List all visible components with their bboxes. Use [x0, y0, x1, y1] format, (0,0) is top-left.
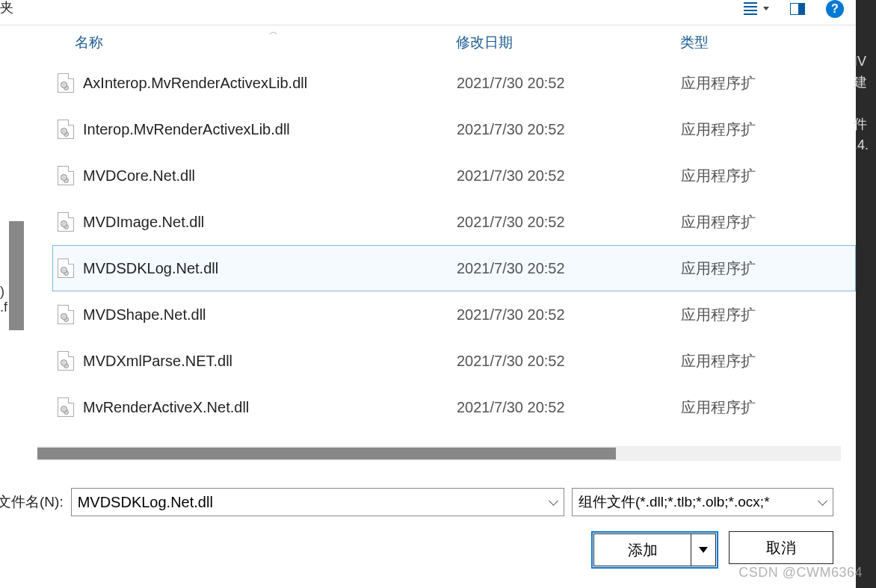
horizontal-scrollbar[interactable] — [37, 446, 841, 461]
help-button[interactable]: ? — [826, 0, 844, 18]
dll-file-icon — [58, 397, 74, 417]
add-split-button: 添加 — [591, 531, 718, 569]
file-name: MVDShape.Net.dll — [83, 306, 206, 324]
column-headers: 名称 修改日期 类型 — [0, 25, 856, 60]
file-date: 2021/7/30 20:52 — [457, 353, 681, 370]
file-type: 应用程序扩 — [681, 351, 855, 371]
file-name: Interop.MvRenderActivexLib.dll — [83, 121, 290, 138]
file-name: MVDXmlParse.NET.dll — [83, 353, 232, 370]
title-fragment: 夹 — [0, 0, 13, 16]
file-type: 应用程序扩 — [681, 397, 855, 418]
chevron-down-icon[interactable] — [818, 498, 827, 507]
dll-file-icon — [58, 351, 74, 371]
dll-file-icon — [58, 73, 74, 93]
file-date: 2021/7/30 20:52 — [457, 214, 681, 231]
nav-scrollbar-thumb[interactable] — [9, 221, 24, 330]
preview-pane-button[interactable] — [790, 3, 805, 15]
file-open-dialog: 夹 ? ︿ 名称 修改日期 类型 AxInterop.MvRenderActiv… — [0, 0, 856, 588]
file-row[interactable]: MvRenderActiveX.Net.dll2021/7/30 20:52应用… — [52, 384, 856, 430]
file-name: AxInterop.MvRenderActivexLib.dll — [83, 75, 307, 92]
view-menu-button[interactable] — [744, 2, 769, 15]
dll-file-icon — [58, 166, 74, 185]
file-name: MVDImage.Net.dll — [83, 214, 204, 231]
file-list: AxInterop.MvRenderActivexLib.dll2021/7/3… — [0, 60, 856, 430]
file-date: 2021/7/30 20:52 — [457, 260, 681, 277]
file-name: MvRenderActiveX.Net.dll — [83, 399, 249, 416]
file-row[interactable]: AxInterop.MvRenderActivexLib.dll2021/7/3… — [52, 60, 856, 106]
dialog-footer: 文件名(N): MVDSDKLog.Net.dll 组件文件(*.dll;*.t… — [0, 461, 856, 588]
dll-file-icon — [58, 259, 74, 278]
filename-label: 文件名(N): — [0, 492, 64, 512]
column-header-name[interactable]: 名称 — [52, 33, 456, 52]
chevron-down-icon[interactable] — [549, 498, 558, 507]
dll-file-icon — [58, 120, 74, 139]
file-date: 2021/7/30 20:52 — [457, 399, 681, 416]
column-header-type[interactable]: 类型 — [680, 33, 856, 52]
filename-input[interactable]: MVDSDKLog.Net.dll — [71, 488, 564, 516]
file-date: 2021/7/30 20:52 — [457, 121, 681, 138]
filename-value: MVDSDKLog.Net.dll — [78, 494, 213, 511]
background-text-fragment-left: ) .f — [0, 284, 7, 315]
list-view-icon — [744, 2, 757, 15]
add-button[interactable]: 添加 — [593, 533, 691, 566]
file-name: MVDSDKLog.Net.dll — [83, 260, 218, 277]
chevron-down-icon — [763, 7, 769, 10]
dialog-toolbar: 夹 ? — [0, 0, 856, 25]
file-row[interactable]: MVDCore.Net.dll2021/7/30 20:52应用程序扩 — [52, 152, 856, 199]
file-list-area: ︿ 名称 修改日期 类型 AxInterop.MvRenderActivexLi… — [0, 25, 856, 461]
dll-file-icon — [58, 212, 74, 232]
file-row[interactable]: MVDImage.Net.dll2021/7/30 20:52应用程序扩 — [52, 199, 856, 245]
file-type: 应用程序扩 — [681, 305, 855, 325]
file-row[interactable]: MVDSDKLog.Net.dll2021/7/30 20:52应用程序扩 — [52, 245, 856, 291]
filter-value: 组件文件(*.dll;*.tlb;*.olb;*.ocx;* — [579, 492, 770, 512]
file-type: 应用程序扩 — [681, 73, 855, 93]
dll-file-icon — [58, 305, 74, 324]
file-row[interactable]: MVDXmlParse.NET.dll2021/7/30 20:52应用程序扩 — [52, 338, 856, 384]
cancel-button[interactable]: 取消 — [729, 531, 833, 564]
column-header-date[interactable]: 修改日期 — [456, 33, 680, 52]
file-date: 2021/7/30 20:52 — [457, 306, 681, 324]
file-date: 2021/7/30 20:52 — [457, 75, 681, 92]
file-type: 应用程序扩 — [681, 166, 855, 186]
file-type: 应用程序扩 — [681, 259, 855, 279]
file-date: 2021/7/30 20:52 — [457, 167, 681, 185]
file-type-filter[interactable]: 组件文件(*.dll;*.tlb;*.olb;*.ocx;* — [572, 488, 833, 516]
horizontal-scrollbar-thumb[interactable] — [37, 448, 616, 459]
watermark: CSDN @CWM6364 — [738, 565, 863, 581]
file-row[interactable]: MVDShape.Net.dll2021/7/30 20:52应用程序扩 — [52, 291, 856, 338]
file-type: 应用程序扩 — [681, 120, 855, 140]
add-button-dropdown[interactable] — [691, 533, 716, 566]
background-text-fragment: IV 建 件 .4. — [852, 33, 876, 173]
file-type: 应用程序扩 — [681, 212, 855, 232]
file-name: MVDCore.Net.dll — [83, 167, 195, 185]
file-row[interactable]: Interop.MvRenderActivexLib.dll2021/7/30 … — [52, 106, 856, 152]
